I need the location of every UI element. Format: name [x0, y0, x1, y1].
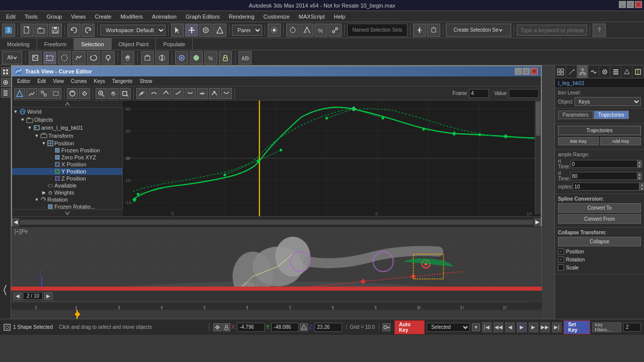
help-btn[interactable]: ?	[593, 24, 606, 37]
tree-item-transform[interactable]: ▼ Transform	[12, 132, 122, 140]
menu-animation[interactable]: Animation	[148, 13, 181, 21]
iso-user-btn[interactable]	[141, 51, 154, 64]
select-highlight-btn[interactable]	[175, 51, 188, 64]
tree-scroll-down[interactable]	[12, 209, 123, 216]
iso-mode-btn[interactable]	[155, 51, 169, 64]
ce-scroll-track-h[interactable]	[20, 220, 533, 225]
menu-graph-editors[interactable]: Graph Editors	[182, 13, 224, 21]
utilities-panel-btn[interactable]	[1, 88, 10, 98]
ce-minimize-btn[interactable]: _	[515, 68, 522, 75]
tree-item-objects[interactable]: ▼ Objects	[12, 116, 122, 124]
tree-item-x-pos[interactable]: · X Position	[12, 161, 122, 168]
hand-pan-btn[interactable]	[121, 51, 134, 64]
frame-counter-right[interactable]	[623, 323, 641, 332]
menu-customize[interactable]: Customize	[260, 13, 294, 21]
ce-set-tangent-btn1[interactable]	[136, 88, 147, 99]
sel-by-name-btn[interactable]	[29, 51, 42, 64]
rect-sel-btn[interactable]	[43, 51, 56, 64]
sidebar-expand-btn[interactable]	[1, 283, 9, 299]
ce-set-tangent-btn5[interactable]	[185, 88, 196, 99]
ce-menu-edit[interactable]: Edit	[34, 78, 49, 84]
ce-set-tangent-btn3[interactable]	[160, 88, 172, 99]
tree-scroll-up[interactable]	[12, 101, 123, 108]
ce-bottom-scrollbar[interactable]: ◀ ▶	[12, 216, 541, 227]
rp-tab-parameters[interactable]: Parameters	[558, 111, 593, 119]
tree-item-frozen-rot[interactable]: · Frozen Rotatio...	[12, 203, 122, 209]
select-rotate-btn[interactable]	[199, 24, 212, 37]
menu-group[interactable]: Group	[43, 13, 66, 21]
rp-samples-input[interactable]	[573, 183, 639, 191]
ce-menu-show[interactable]: Show	[136, 78, 155, 84]
rp-end-time-input[interactable]	[571, 172, 637, 180]
tab-selection[interactable]: Selection	[74, 38, 111, 50]
rp-start-time-input[interactable]	[571, 160, 637, 168]
tl-next-frame-btn[interactable]: ▶	[44, 292, 53, 300]
menu-edit[interactable]: Edit	[2, 13, 20, 21]
rp-object-dropdown[interactable]: Keys	[575, 97, 641, 106]
play-btn[interactable]: ▶	[517, 322, 526, 332]
rp-icon-extra1[interactable]	[621, 65, 632, 78]
rp-tab-trajectories[interactable]: Trajectories	[594, 111, 629, 119]
rp-icon-extra2[interactable]	[632, 65, 643, 78]
ce-move-keys-btn[interactable]	[14, 88, 25, 99]
next-key-btn[interactable]: ▶▶	[540, 322, 550, 332]
prev-frame-btn[interactable]: ◀	[505, 322, 515, 332]
x-coord-input[interactable]	[237, 323, 265, 332]
ce-set-tangent-btn6[interactable]	[197, 88, 208, 99]
rp-convert-to-btn[interactable]: Convert To	[558, 203, 641, 213]
tree-item-z-pos[interactable]: · Z Position	[12, 175, 122, 182]
tree-item-anim[interactable]: ▼ anim_l_leg_bk01	[12, 124, 122, 132]
spinner-snap-btn[interactable]	[329, 24, 342, 37]
ce-rotate-keys-btn[interactable]	[67, 88, 78, 99]
tab-populate[interactable]: Populate	[156, 38, 192, 50]
tree-item-frozen-pos[interactable]: · Frozen Position	[12, 147, 122, 154]
ce-v-scroll-outer[interactable]	[535, 101, 541, 214]
ce-menu-view[interactable]: View	[50, 78, 67, 84]
rp-end-time-up[interactable]: ▲	[637, 172, 642, 176]
abc-text-btn[interactable]: ABC	[238, 51, 252, 64]
circle-sel-btn[interactable]	[58, 51, 71, 64]
tl-keyframe-1[interactable]	[74, 311, 80, 317]
ce-value-input[interactable]	[509, 89, 539, 98]
next-frame-btn[interactable]: ▶	[529, 322, 538, 332]
close-btn[interactable]: ✕	[635, 1, 642, 8]
ce-slide-keys-btn[interactable]	[79, 88, 90, 99]
tl-prev-frame-btn[interactable]: ◀	[13, 292, 22, 300]
ce-convert-btn[interactable]	[38, 88, 49, 99]
fence-sel-btn[interactable]	[72, 51, 86, 64]
named-sel-field[interactable]: Named Selection Sets	[347, 24, 408, 37]
menu-rendering[interactable]: Rendering	[225, 13, 259, 21]
tab-object-paint[interactable]: Object Paint	[112, 38, 156, 50]
curve-editor-titlebar[interactable]: Track View - Curve Editor _ □ ✕	[12, 66, 541, 76]
menu-modifiers[interactable]: Modifiers	[116, 13, 147, 21]
rp-delete-key-btn[interactable]: lete Key	[558, 137, 599, 145]
menu-help[interactable]: Help	[330, 13, 350, 21]
open-file-btn[interactable]	[35, 24, 48, 37]
rp-samples-up[interactable]: ▲	[639, 183, 644, 187]
save-file-btn[interactable]	[49, 24, 62, 37]
rp-add-key-btn[interactable]: Add Key	[600, 137, 641, 145]
rp-start-time-up[interactable]: ▲	[637, 160, 642, 164]
menu-create[interactable]: Create	[91, 13, 115, 21]
rp-icon-motion[interactable]	[588, 65, 599, 78]
sel-lock-btn[interactable]	[219, 51, 232, 64]
reference-coord-dropdown[interactable]: Parent	[232, 25, 262, 36]
rp-icon-display[interactable]	[599, 65, 610, 78]
auto-key-btn[interactable]: Auto Key	[394, 320, 425, 334]
menu-tools[interactable]: Tools	[21, 13, 42, 21]
align-btn[interactable]	[427, 24, 440, 37]
rp-start-time-down[interactable]: ▼	[637, 164, 642, 168]
ce-set-tangent-btn7[interactable]	[209, 88, 220, 99]
display-panel-btn[interactable]	[1, 78, 10, 87]
rp-scale-checkbox[interactable]	[558, 264, 564, 270]
mirror-btn[interactable]	[413, 24, 426, 37]
angle-snap-btn[interactable]	[300, 24, 313, 37]
ce-zoom-region-btn[interactable]	[120, 88, 131, 99]
expand-sel-icon[interactable]: ▼	[472, 323, 479, 331]
ce-scroll-right[interactable]: ▶	[534, 218, 541, 226]
ce-set-tangent-btn2[interactable]	[148, 88, 159, 99]
go-end-btn[interactable]: ▶|	[552, 322, 561, 332]
select-invert-btn[interactable]	[190, 51, 203, 64]
tab-modeling[interactable]: Modeling	[0, 38, 37, 50]
ce-scroll-left[interactable]: ◀	[12, 218, 19, 226]
